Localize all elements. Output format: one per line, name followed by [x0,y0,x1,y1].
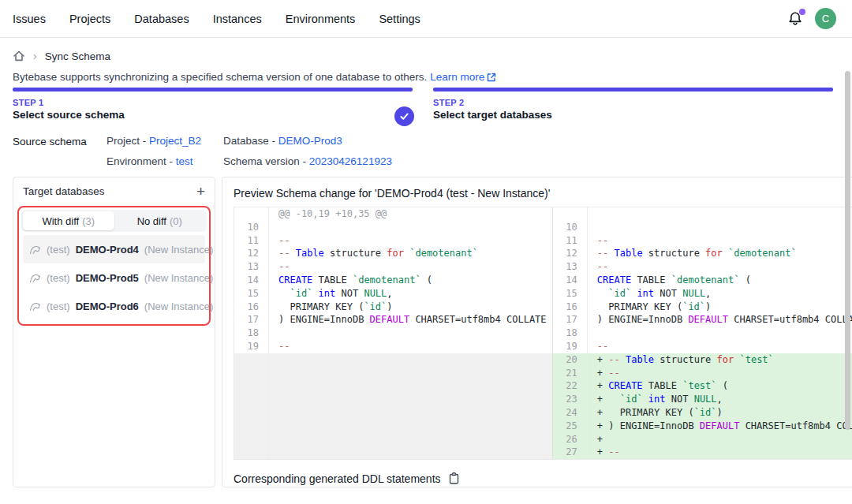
code-content: + [588,433,852,446]
code-content [269,446,552,459]
top-navbar: IssuesProjectsDatabasesInstancesEnvironm… [0,0,852,38]
original-code-line [234,406,552,420]
avatar[interactable]: C [815,8,836,29]
step-2[interactable]: STEP 2 Select target databases [433,88,833,121]
step-indicator: STEP 1 Select source schema STEP 2 Selec… [13,88,833,121]
tab-count: (3) [82,215,95,227]
line-number [234,367,269,380]
diff-original-pane[interactable]: @@ -10,19 +10,35 @@1011--12-- Table stru… [234,207,553,459]
database-name: DEMO-Prod5 [76,272,139,284]
code-content: + -- [588,446,852,459]
modified-code-line: 18 [553,327,852,340]
line-number: 20 [553,353,588,367]
code-content: `id` int NOT NULL, [269,287,552,301]
step-1-progress-bar [13,88,413,91]
line-number [234,379,269,393]
code-content: @@ -10,19 +10,35 @@ [269,207,552,221]
original-code-line: 17) ENGINE=InnoDB DEFAULT CHARSET=utf8mb… [234,313,552,327]
modified-code-line: 27+ -- [553,446,852,459]
modified-code-line: 12-- Table structure for `demotenant` [553,247,852,260]
learn-more-link[interactable]: Learn more [430,71,496,83]
original-code-line: 10 [234,221,552,234]
nav-item-issues[interactable]: Issues [13,13,46,25]
line-number: 12 [553,247,588,260]
database-environment: (test) [47,272,70,284]
preview-title: Preview Schema change for 'DEMO-Prod4 (t… [234,187,852,200]
nav-item-databases[interactable]: Databases [134,13,189,25]
source-field-label: Database - [223,135,278,147]
line-number: 13 [234,260,269,274]
modified-code-line: 14CREATE TABLE `demotenant` ( [553,274,852,287]
line-number [234,433,269,446]
original-code-line: 16 PRIMARY KEY (`id`) [234,301,552,314]
database-item-demo-prod4[interactable]: (test)DEMO-Prod4(New Instance) [23,235,205,263]
line-number: 17 [234,313,269,327]
source-field-value-link[interactable]: DEMO-Prod3 [278,135,342,147]
line-number: 19 [234,340,269,353]
code-content [269,379,552,393]
database-item-demo-prod6[interactable]: (test)DEMO-Prod6(New Instance) [23,292,205,320]
modified-code-line: 21+ -- [553,367,852,380]
nav-item-environments[interactable]: Environments [286,13,356,25]
tab-with-diff[interactable]: With diff(3) [23,211,114,230]
modified-code-line: 24+ PRIMARY KEY (`id`) [553,406,852,420]
notifications-button[interactable] [787,10,804,28]
schema-diff-editor[interactable]: @@ -10,19 +10,35 @@1011--12-- Table stru… [234,207,852,460]
step-1[interactable]: STEP 1 Select source schema [13,88,413,121]
line-number: 19 [553,340,588,353]
modified-code-line: 15 `id` int NOT NULL, [553,287,852,301]
ddl-statements-title: Corresponding generated DDL statements [234,472,441,485]
target-databases-panel: Target databases + With diff(3)No diff(0… [13,177,215,487]
code-content: -- [269,260,552,274]
code-content: + -- Table structure for `test` [588,353,852,367]
line-number: 10 [234,221,269,234]
original-code-line: @@ -10,19 +10,35 @@ [234,207,552,221]
code-content: CREATE TABLE `demotenant` ( [269,274,552,287]
line-number: 25 [553,420,588,433]
source-schema-section: Source schema Project - Project_B2Databa… [13,135,839,167]
database-suffix: (New Instance) [144,272,213,284]
line-number: 24 [553,406,588,420]
source-field-value-link[interactable]: Project_B2 [149,135,201,147]
home-icon[interactable] [13,50,25,62]
modified-code-line: 26+ [553,433,852,446]
database-suffix: (New Instance) [144,301,213,312]
modified-code-line: 22+ CREATE TABLE `test` ( [553,379,852,393]
page-scrollbar[interactable] [845,71,850,430]
modified-code-line: 23+ `id` int NOT NULL, [553,393,852,406]
original-code-line: 12-- Table structure for `demotenant` [234,247,552,260]
nav-item-instances[interactable]: Instances [213,13,262,25]
code-content: -- [588,234,852,248]
copy-ddl-button[interactable] [448,472,460,485]
step-2-progress-bar [433,88,833,91]
source-field-value-link[interactable]: 20230426121923 [309,155,392,167]
database-suffix: (New Instance) [144,244,213,256]
external-link-icon [487,73,496,82]
database-name: DEMO-Prod4 [76,244,139,256]
add-target-database-button[interactable]: + [196,184,205,199]
source-field-value-link[interactable]: test [176,155,193,167]
line-number: 10 [553,221,588,234]
source-field-label: Project - [106,135,149,147]
line-number: 11 [553,234,588,248]
target-databases-highlight-box: With diff(3)No diff(0) (test)DEMO-Prod4(… [17,206,211,326]
code-content [269,393,552,406]
line-number [553,207,588,221]
line-number: 13 [553,260,588,274]
step-2-title: Select target databases [433,109,833,121]
database-item-demo-prod5[interactable]: (test)DEMO-Prod5(New Instance) [23,263,205,292]
modified-code-line [553,207,852,221]
code-content [269,433,552,446]
nav-item-settings[interactable]: Settings [379,13,420,25]
diff-modified-pane[interactable]: 1011--12-- Table structure for `demotena… [553,207,852,459]
line-number: 14 [553,274,588,287]
code-content: + ) ENGINE=InnoDB DEFAULT CHARSET=utf8mb… [588,420,852,433]
diff-tabs: With diff(3)No diff(0) [21,210,207,232]
modified-code-line: 20+ -- Table structure for `test` [553,353,852,367]
code-content [269,353,552,367]
source-field-schema-version: Schema version - 20230426121923 [223,155,392,167]
nav-item-projects[interactable]: Projects [69,13,110,25]
tab-no-diff[interactable]: No diff(0) [114,211,206,230]
modified-code-line: 17) ENGINE=InnoDB DEFAULT CHARSET=utf8mb… [553,313,852,327]
modified-code-line: 10 [553,221,852,234]
